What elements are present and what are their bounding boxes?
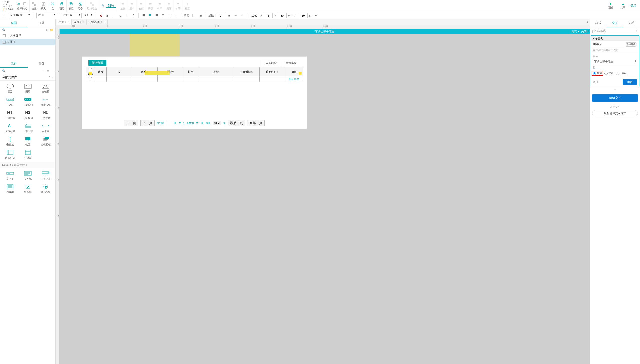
more-icon[interactable]: ⋮	[51, 69, 53, 73]
widget-h2[interactable]: H2二级标题	[19, 109, 36, 121]
search-icon[interactable]: 🔍	[2, 28, 6, 32]
widget-ellipse[interactable]: 圆形	[2, 82, 18, 94]
widget-h3[interactable]: H3三级标题	[37, 109, 54, 121]
target-select[interactable]: 客户台账中继器▴▾	[593, 59, 637, 64]
widget-textarea[interactable]: 文本域	[19, 170, 36, 182]
copy-button[interactable]: ⿻ Copy	[2, 4, 14, 7]
pages-tab[interactable]: 页面	[0, 20, 28, 27]
multi-delete-button[interactable]: 多选删除	[262, 60, 280, 66]
line-color-icon[interactable]: ■	[227, 13, 232, 18]
share-button[interactable]: ☁ 共享	[618, 2, 627, 10]
add-folder-icon[interactable]: 📁	[50, 28, 53, 32]
per-page-select[interactable]: 10	[213, 121, 221, 125]
visibility-icon[interactable]: 👁	[313, 13, 318, 18]
masters-tab[interactable]: 母版	[28, 60, 56, 68]
widget-radio[interactable]: 单选按钮	[37, 183, 54, 195]
widget-listbox[interactable]: 列表框	[2, 183, 18, 195]
widget-vline[interactable]: 垂直线	[2, 135, 18, 148]
fill-pattern-icon[interactable]: ▦	[198, 13, 203, 18]
close-button[interactable]: 关闭 ×	[581, 30, 589, 34]
y-input[interactable]	[264, 13, 273, 18]
line-arrow-icon[interactable]: ↔	[240, 13, 245, 18]
row-checkbox[interactable]	[89, 77, 92, 80]
row-current-radio[interactable]: 当前	[593, 72, 602, 75]
row-rule-radio[interactable]: 规则	[604, 72, 613, 75]
isolate-button[interactable]: 隔离 ▸	[572, 30, 579, 34]
layer-top-group[interactable]: 顶层	[57, 0, 67, 12]
font-select[interactable]: Arial▾	[36, 13, 56, 18]
align-left-icon[interactable]: ☰	[141, 13, 146, 18]
align-right-icon[interactable]: ☰	[154, 13, 159, 18]
interaction-tab[interactable]: 交互	[607, 20, 623, 27]
size-select[interactable]: 13▾	[83, 13, 93, 18]
widget-iframe[interactable]: 内联框架	[2, 148, 18, 161]
widget-hline[interactable]: 水平线	[37, 122, 54, 134]
add-widget-icon[interactable]: ＋	[42, 69, 45, 73]
next-page-button[interactable]: 下一页	[140, 120, 155, 126]
doc-tab[interactable]: 母版 1×	[72, 20, 87, 25]
cancel-button[interactable]: 取消	[593, 80, 598, 84]
point-group[interactable]: 点	[48, 0, 57, 12]
valign-mid-icon[interactable]: ≡	[167, 13, 172, 18]
add-target-button[interactable]: 添加目标	[625, 42, 637, 47]
fill-color-icon[interactable]	[192, 13, 197, 18]
folder-icon[interactable]: ▭	[47, 69, 49, 73]
preview-button[interactable]: ▶ 预览	[606, 2, 615, 10]
widget-link-button[interactable]: BUTTON链接按钮	[37, 96, 54, 108]
bold-icon[interactable]: B	[105, 13, 110, 18]
style-icon[interactable]: ≡	[2, 13, 7, 18]
page-item[interactable]: 中继器案例	[0, 33, 55, 39]
align-center-icon[interactable]: ☰	[148, 13, 153, 18]
cut-button[interactable]: ✂ Cut	[2, 0, 14, 4]
x-input[interactable]	[250, 13, 259, 18]
paste-button[interactable]: 📋 Paste	[2, 8, 14, 11]
confirm-button[interactable]: 确定	[623, 80, 637, 85]
login-link[interactable]: 登录	[630, 4, 636, 8]
sort-icon[interactable]: ⇅	[277, 71, 278, 73]
zoom-group[interactable]: 🔍	[99, 0, 118, 12]
prev-page-button[interactable]: 上一页	[124, 120, 138, 126]
underline-icon[interactable]: U	[118, 13, 123, 18]
widget-droplist[interactable]: 下拉列表	[37, 170, 54, 182]
valign-bot-icon[interactable]: ⊥	[174, 13, 179, 18]
widget-h1[interactable]: H1一级标题	[2, 109, 18, 121]
first-page-button[interactable]: 回第一页	[247, 120, 265, 126]
widget-textfield[interactable]: abc文本框	[2, 170, 18, 182]
form-category[interactable]: Default » 表单元件 ▾	[0, 162, 55, 168]
layer-bottom-group[interactable]: 底层	[67, 0, 76, 12]
close-icon[interactable]: ×	[83, 21, 84, 24]
weight-select[interactable]: Normal▾	[62, 13, 82, 18]
widget-repeater[interactable]: 中继器	[19, 148, 36, 161]
new-interaction-button[interactable]: 新建交互	[592, 94, 638, 102]
select-mode-group[interactable]: 选择模式	[14, 0, 30, 12]
widget-placeholder[interactable]: 占位符	[37, 82, 54, 94]
select-all-checkbox[interactable]	[89, 68, 92, 72]
h-input[interactable]	[299, 13, 308, 18]
last-page-button[interactable]: 最后一页	[228, 120, 245, 126]
bullets-icon[interactable]: ≡	[124, 13, 129, 18]
lock-wh-icon[interactable]: ⇋	[292, 13, 297, 18]
close-icon[interactable]: ×	[68, 21, 69, 24]
widget-button[interactable]: BUTTON按钮	[2, 96, 18, 108]
reset-sort-button[interactable]: 重置排序	[282, 60, 300, 66]
jump-page-input[interactable]	[166, 121, 172, 125]
widgets-tab[interactable]: 元件	[0, 60, 28, 68]
group-button-group[interactable]: 组合	[76, 0, 85, 12]
onclick-event[interactable]: ▸ 单击时	[591, 36, 639, 42]
shape-name-field[interactable]: (矩形名称)⋮	[590, 28, 640, 35]
line-style-icon[interactable]: ┅	[233, 13, 238, 18]
outline-tab[interactable]: 概要	[28, 20, 56, 27]
more-text-icon[interactable]: ⋮	[131, 13, 136, 18]
close-icon[interactable]: ×	[104, 21, 105, 24]
zoom-input[interactable]	[106, 4, 116, 8]
add-action-button[interactable]: ＋	[590, 87, 640, 92]
row-marked-radio[interactable]: 已标记	[616, 72, 627, 75]
notes-tab[interactable]: 说明	[623, 20, 640, 27]
search-icon[interactable]: 🔍	[2, 70, 6, 73]
widget-style-select[interactable]: Link Button▾	[9, 13, 31, 18]
tabs-menu-icon[interactable]: ▾	[585, 20, 590, 24]
widget-label[interactable]: A_文本标签	[2, 122, 18, 134]
new-data-button[interactable]: 新增数据	[88, 60, 106, 66]
page-item[interactable]: 页面 1	[0, 39, 55, 45]
add-page-icon[interactable]: ⊞	[46, 28, 48, 32]
